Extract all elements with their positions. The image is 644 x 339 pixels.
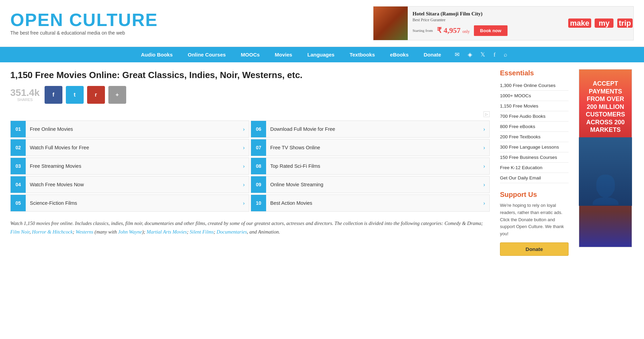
link-num-07: 07 [251, 139, 266, 156]
ad-banner: Hotel Sitara (Ramoji Film City) Best Pri… [373, 6, 634, 40]
link-item-10[interactable]: 10 Best Action Movies › [251, 194, 490, 212]
link-arrow-05: › [239, 200, 249, 207]
link-text-04: Watch Free Movies Now [26, 182, 239, 187]
ad-hotel: Hotel Sitara (Ramoji Film City) [413, 11, 559, 17]
content-ad-area: ▷ [10, 111, 490, 117]
person-silhouette: 👤 [588, 174, 623, 206]
sidebar-link-k12[interactable]: Free K-12 Education [500, 163, 569, 173]
nav-audio-books[interactable]: Audio Books [133, 47, 180, 62]
link-text-09: Online Movie Streaming [266, 182, 479, 187]
share-more-button[interactable]: + [108, 86, 126, 104]
link-item-06[interactable]: 06 Download Full Movie for Free › [251, 121, 490, 138]
link-item-09[interactable]: 09 Online Movie Streaming › [251, 176, 490, 193]
nav-languages[interactable]: Languages [300, 47, 342, 62]
link-num-05: 05 [11, 195, 26, 211]
logo-area: OPEN CULTURE The best free cultural & ed… [10, 11, 373, 36]
logo-title[interactable]: OPEN CULTURE [10, 11, 373, 29]
link-text-02: Watch Full Movies for Free [26, 145, 239, 150]
martial-arts-link[interactable]: Martial Arts Movies [147, 229, 187, 235]
ad-price-text: Starting from [413, 28, 433, 33]
link-arrow-07: › [479, 144, 489, 151]
sidebar-link-moocs[interactable]: 1000+ MOOCs [500, 91, 569, 101]
link-text-05: Science-Fiction Films [26, 200, 239, 206]
link-item-04[interactable]: 04 Watch Free Movies Now › [10, 176, 249, 193]
silent-films-link[interactable]: Silent Films [190, 229, 214, 235]
right-ad-box: ACCEPT PAYMENTS FROM OVER 200 MILLION CU… [579, 69, 632, 247]
westerns-link[interactable]: Westerns [75, 229, 93, 235]
link-num-09: 09 [251, 176, 266, 193]
facebook-icon[interactable]: f [490, 48, 499, 62]
link-item-08[interactable]: 08 Top Rated Sci-Fi Films › [251, 158, 490, 175]
article-title: 1,150 Free Movies Online: Great Classics… [10, 69, 490, 81]
link-arrow-09: › [479, 181, 489, 188]
link-item-01[interactable]: 01 Free Online Movies › [10, 121, 249, 138]
share-count: 351.4k [10, 88, 40, 98]
nav-ebooks[interactable]: eBooks [382, 47, 416, 62]
link-num-04: 04 [11, 176, 26, 193]
nav-online-courses[interactable]: Online Courses [180, 47, 233, 62]
ad-label: ▷ [484, 111, 490, 117]
nav-movies[interactable]: Movies [267, 47, 300, 62]
sidebar-link-movies[interactable]: 1,150 Free Movies [500, 101, 569, 111]
sidebar-link-email[interactable]: Get Our Daily Email [500, 173, 569, 183]
link-arrow-03: › [239, 163, 249, 170]
right-ad-area: ACCEPT PAYMENTS FROM OVER 200 MILLION CU… [579, 69, 634, 256]
content-area: 1,150 Free Movies Online: Great Classics… [10, 69, 490, 256]
link-item-03[interactable]: 03 Free Streaming Movies › [10, 158, 249, 175]
link-text-10: Best Action Movies [266, 200, 479, 206]
navigation: Audio Books Online Courses MOOCs Movies … [0, 47, 644, 62]
nav-donate[interactable]: Donate [416, 47, 449, 62]
link-arrow-08: › [479, 163, 489, 170]
nav-textbooks[interactable]: Textbooks [342, 47, 382, 62]
ad-content: Hotel Sitara (Ramoji Film City) Best Pri… [408, 8, 563, 39]
links-grid: 01 Free Online Movies › 06 Download Full… [10, 121, 490, 212]
right-ad-text: ACCEPT PAYMENTS FROM OVER 200 MILLION CU… [579, 70, 632, 137]
article-body: Watch 1,150 movies free online. Includes… [10, 219, 490, 236]
share-reddit-button[interactable]: r [87, 86, 105, 104]
ad-image [373, 6, 408, 40]
link-num-02: 02 [11, 139, 26, 156]
twitter-icon[interactable]: 𝕏 [477, 48, 489, 62]
link-text-01: Free Online Movies [26, 126, 239, 132]
film-noir-link[interactable]: Film Noir [10, 229, 29, 235]
email-icon[interactable]: ✉ [451, 48, 463, 62]
share-count-area: 351.4k SHARES [10, 88, 40, 102]
donate-button[interactable]: Donate [500, 242, 569, 256]
search-icon[interactable]: ⌕ [500, 48, 511, 62]
link-text-06: Download Full Movie for Free [266, 126, 479, 132]
link-item-05[interactable]: 05 Science-Fiction Films › [10, 194, 249, 212]
nav-icons: ✉ ◈ 𝕏 f ⌕ [451, 48, 511, 62]
ad-brand: make my trip [568, 19, 633, 28]
link-item-07[interactable]: 07 Free TV Shows Online › [251, 139, 490, 156]
link-arrow-10: › [479, 200, 489, 207]
nav-moocs[interactable]: MOOCs [233, 47, 267, 62]
sidebar: Essentials 1,300 Free Online Courses 100… [500, 69, 569, 256]
header: OPEN CULTURE The best free cultural & ed… [0, 0, 644, 47]
documentaries-link[interactable]: Documentaries [217, 229, 247, 235]
sidebar-link-business[interactable]: 150 Free Business Courses [500, 152, 569, 163]
link-arrow-02: › [239, 144, 249, 151]
link-arrow-06: › [479, 126, 489, 133]
ad-book-button[interactable]: Book now [474, 25, 508, 36]
link-arrow-01: › [239, 126, 249, 133]
nav-links: Audio Books Online Courses MOOCs Movies … [133, 47, 511, 62]
sidebar-link-textbooks[interactable]: 200 Free Textbooks [500, 132, 569, 142]
link-text-08: Top Rated Sci-Fi Films [266, 163, 479, 169]
link-text-07: Free TV Shows Online [266, 145, 479, 150]
share-twitter-button[interactable]: t [66, 86, 84, 104]
sidebar-link-audiobooks[interactable]: 700 Free Audio Books [500, 111, 569, 122]
horror-hitchcock-link[interactable]: Horror & Hitchcock [32, 229, 73, 235]
sidebar-link-ebooks[interactable]: 800 Free eBooks [500, 122, 569, 132]
sidebar-link-courses[interactable]: 1,300 Free Online Courses [500, 80, 569, 91]
link-arrow-04: › [239, 181, 249, 188]
ad-price: ₹ 4,957 only [437, 26, 470, 35]
support-title: Support Us [500, 191, 569, 199]
support-text: We're hoping to rely on loyal readers, r… [500, 202, 569, 238]
john-wayne-link[interactable]: John Wayne [118, 229, 142, 235]
sidebar-link-languages[interactable]: 300 Free Language Lessons [500, 142, 569, 152]
ad-guarantee: Best Price Gurantee [413, 17, 559, 23]
link-num-03: 03 [11, 158, 26, 174]
rss-icon[interactable]: ◈ [464, 48, 476, 62]
link-item-02[interactable]: 02 Watch Full Movies for Free › [10, 139, 249, 156]
share-facebook-button[interactable]: f [45, 86, 62, 104]
